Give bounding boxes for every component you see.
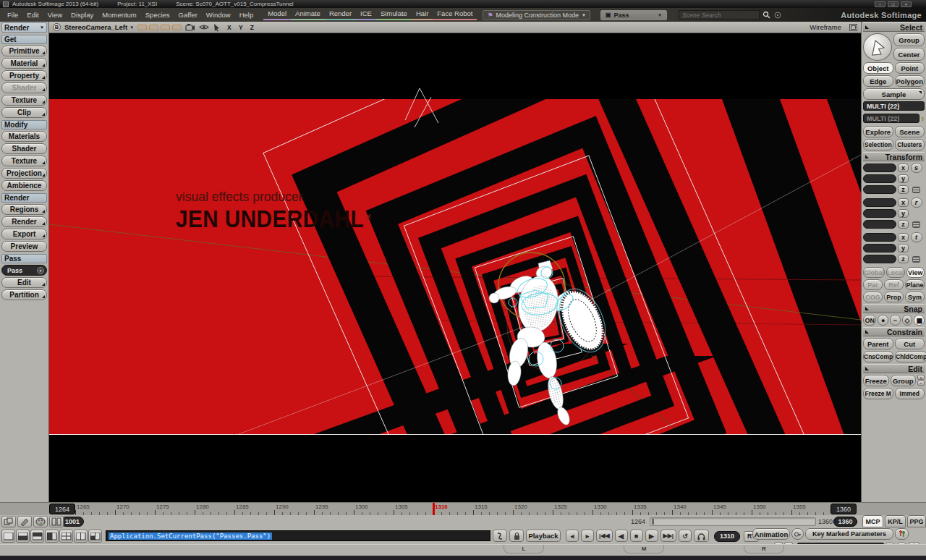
axis-y-button[interactable]: y — [898, 244, 909, 253]
object-button[interactable]: Object — [863, 62, 893, 74]
timeline-ruler[interactable]: 1264 1360 126512701275128012851290129513… — [0, 503, 861, 516]
camera-icon[interactable] — [185, 23, 195, 31]
sidebar-item-pass-partition[interactable]: Partition — [1, 289, 47, 300]
left-panel-mode-dropdown[interactable]: Render▼ — [1, 22, 47, 33]
timeline-start-box[interactable]: 1264 — [49, 504, 75, 514]
sidebar-item-modify-materials[interactable]: Materials — [1, 131, 47, 142]
sidebar-item-modify-ambience[interactable]: Ambience — [1, 180, 47, 191]
sidebar-item-get-clip[interactable]: Clip — [1, 107, 47, 118]
polygon-button[interactable]: Polygon — [895, 75, 925, 87]
split-view-icon[interactable] — [49, 516, 64, 527]
explore-button[interactable]: Explore — [863, 126, 893, 137]
search-options-icon[interactable] — [773, 10, 783, 20]
go-to-end-button[interactable]: ▶▶| — [660, 530, 677, 542]
go-to-start-button[interactable]: |◀◀ — [596, 530, 613, 542]
layout-top-icon[interactable] — [16, 530, 30, 543]
viewport-scene[interactable]: visual effects producer JEN UNDERDAHL × — [49, 33, 861, 501]
center-button[interactable]: Center — [893, 48, 925, 61]
matrix-icon[interactable] — [912, 256, 920, 263]
shading-mode-label[interactable]: Wireframe — [810, 23, 841, 31]
section-header-select[interactable]: Select — [863, 22, 925, 32]
snap-point-icon[interactable]: ● — [878, 315, 888, 326]
start-frame-field[interactable]: 1001 — [61, 517, 84, 527]
point-button[interactable]: Point — [895, 62, 925, 74]
pen-icon[interactable] — [17, 516, 32, 527]
section-header-transform[interactable]: Transform — [863, 152, 925, 161]
range-slider[interactable] — [650, 517, 816, 526]
mode-ref-button[interactable]: Ref — [884, 279, 904, 290]
range-slider-handle[interactable] — [652, 519, 654, 525]
playback-menu-button[interactable]: Playback — [526, 530, 561, 542]
module-model[interactable]: Model — [263, 9, 291, 20]
tab-mcp[interactable]: MCP — [862, 515, 883, 527]
camera-dropdown[interactable]: StereoCamera_Left ▼ — [64, 23, 134, 31]
search-icon[interactable] — [761, 10, 771, 20]
range-end-box[interactable]: 1360 — [833, 517, 857, 527]
eye-icon[interactable] — [199, 23, 209, 31]
module-animate[interactable]: Animate — [291, 9, 325, 20]
snap-midpoint-icon[interactable]: ◇ — [902, 315, 913, 326]
maximize-view-icon[interactable] — [849, 24, 857, 31]
sidebar-item-render-render[interactable]: Render — [1, 216, 47, 227]
cube-icon[interactable] — [1, 516, 16, 527]
menu-file[interactable]: File — [3, 9, 22, 20]
snap-curve-icon[interactable]: ~ — [890, 315, 901, 326]
module-ice[interactable]: ICE — [356, 9, 376, 20]
sample-button[interactable]: Sample — [863, 88, 925, 100]
axis-x-button[interactable]: x — [898, 198, 909, 207]
sidebar-item-get-texture[interactable]: Texture — [1, 95, 47, 106]
play-backwards-button[interactable]: ◀ — [615, 530, 628, 542]
audio-button[interactable] — [694, 530, 709, 542]
axis-letters-label[interactable]: X Y Z — [227, 24, 257, 31]
tab-ppg[interactable]: PPG — [907, 515, 926, 527]
layout-single-icon[interactable] — [1, 530, 15, 543]
transform-r-y-field[interactable] — [863, 209, 896, 218]
sidebar-item-render-preview[interactable]: Preview — [1, 241, 47, 252]
axis-z-button[interactable]: z — [898, 220, 909, 229]
menu-help[interactable]: Help — [235, 9, 258, 20]
chldcomp-button[interactable]: ChldComp — [895, 351, 926, 362]
mode-cog-button[interactable]: COG — [863, 292, 883, 302]
sidebar-item-render-export[interactable]: Export — [1, 229, 47, 239]
mode-prop-button[interactable]: Prop — [884, 292, 904, 302]
sidebar-item-modify-texture[interactable]: Texture — [1, 156, 47, 166]
transform-tool-r-button[interactable]: r — [911, 198, 922, 208]
memo-cam-icon-3[interactable] — [161, 25, 170, 30]
timeline-end-box[interactable]: 1360 — [831, 504, 857, 514]
select-arrow-button[interactable] — [863, 33, 892, 61]
mode-global-button[interactable]: Global — [863, 267, 885, 278]
cut-button[interactable]: Cut — [895, 338, 925, 349]
mode-view-button[interactable]: View — [906, 267, 925, 278]
matrix-icon[interactable] — [912, 221, 920, 228]
script-command-line[interactable]: Application.SetCurrentPass("Passes.Pass"… — [106, 530, 490, 541]
key-icon[interactable] — [791, 528, 804, 540]
menu-view[interactable]: View — [43, 9, 67, 20]
snap-on-button[interactable]: ON — [863, 315, 876, 326]
selection-button[interactable]: Selection — [863, 139, 893, 150]
freeze-button[interactable]: Freeze — [863, 375, 889, 386]
section-header-constrain[interactable]: Constrain — [863, 327, 925, 336]
menu-species[interactable]: Species — [141, 9, 174, 20]
close-button[interactable]: × — [901, 1, 912, 7]
key-marked-parameters-button[interactable]: Key Marked Parameters — [805, 528, 893, 540]
axis-x-button[interactable]: x — [898, 164, 909, 172]
view-letter-button[interactable]: B — [53, 23, 61, 31]
tab-kp-l[interactable]: KP/L — [885, 515, 906, 527]
menu-display[interactable]: Display — [67, 9, 98, 20]
menu-gaffer[interactable]: Gaffer — [174, 9, 202, 20]
mode-plane-button[interactable]: Plane — [905, 279, 925, 290]
maximize-button[interactable]: □ — [888, 1, 899, 7]
matrix-icon[interactable] — [912, 187, 920, 193]
layout-quad-icon[interactable] — [59, 530, 73, 543]
palette-icon[interactable] — [33, 516, 48, 527]
mode-par-button[interactable]: Par — [863, 279, 883, 290]
loop-button[interactable]: ↺ — [679, 530, 692, 542]
minimize-button[interactable]: − — [875, 1, 885, 7]
layout-split-icon[interactable] — [74, 530, 88, 543]
sidebar-item-get-material[interactable]: Material — [1, 58, 47, 69]
menu-edit[interactable]: Edit — [22, 9, 43, 20]
layout-bottom-icon[interactable] — [30, 530, 44, 543]
lock-icon[interactable] — [509, 530, 524, 542]
cnscomp-button[interactable]: CnsComp — [863, 351, 893, 362]
frame-back-button[interactable]: ◂ — [566, 530, 579, 542]
